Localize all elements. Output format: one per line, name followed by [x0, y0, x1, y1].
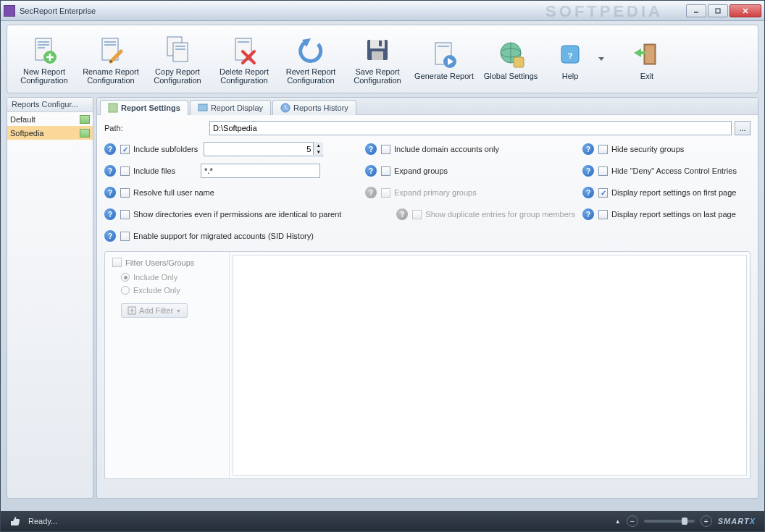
filter-users-checkbox[interactable]: [112, 258, 122, 267]
report-icon: [80, 115, 90, 124]
domain-accounts-checkbox[interactable]: [381, 145, 390, 154]
generate-report-button[interactable]: Generate Report: [411, 28, 477, 90]
zoom-slider[interactable]: [644, 520, 695, 523]
help-icon[interactable]: ?: [365, 165, 377, 177]
svg-rect-21: [238, 41, 249, 43]
display-first-checkbox[interactable]: [598, 188, 608, 198]
exclude-only-radio[interactable]: [121, 286, 130, 295]
browse-button[interactable]: ...: [735, 121, 751, 135]
zoom-out-button[interactable]: −: [627, 515, 638, 527]
svg-rect-44: [198, 104, 207, 111]
include-only-radio[interactable]: [121, 273, 130, 282]
resolve-name-checkbox[interactable]: [120, 188, 130, 198]
help-button[interactable]: ? Help: [545, 28, 595, 90]
delete-report-button[interactable]: Delete Report Configuration: [212, 28, 277, 90]
path-label: Path:: [104, 124, 209, 132]
path-input[interactable]: [209, 121, 732, 135]
sidebar-item-default[interactable]: Default: [7, 112, 93, 126]
delete-report-icon: [228, 34, 260, 66]
svg-rect-26: [370, 40, 385, 48]
settings-body: Path: ... ? Include subfolders ▲▼ ?: [97, 115, 758, 485]
statusbar: Ready... ▲ − + SMARTX: [1, 511, 764, 531]
svg-rect-12: [104, 41, 116, 43]
help-icon: ?: [554, 38, 586, 70]
svg-marker-39: [598, 57, 604, 61]
add-filter-icon: [128, 306, 136, 315]
hide-deny-checkbox[interactable]: [598, 166, 608, 176]
show-identical-checkbox[interactable]: [120, 210, 130, 219]
minimize-button[interactable]: [686, 4, 706, 17]
tab-report-display[interactable]: Report Display: [190, 100, 271, 115]
help-icon: ?: [396, 208, 408, 220]
revert-report-button[interactable]: Revert Report Configuration: [278, 28, 343, 90]
new-report-button[interactable]: New Report Configuration: [12, 28, 77, 90]
copy-report-icon: [162, 34, 193, 66]
close-button[interactable]: [730, 4, 761, 17]
subfolder-depth-input[interactable]: [204, 142, 323, 156]
svg-rect-36: [514, 57, 524, 67]
help-icon[interactable]: ?: [104, 165, 116, 177]
add-filter-button[interactable]: Add Filter ▼: [121, 303, 188, 318]
svg-rect-13: [104, 44, 116, 46]
help-dropdown[interactable]: [597, 57, 606, 61]
titlebar[interactable]: SecReport Enterprise SOFTPEDIA: [1, 1, 764, 21]
svg-rect-17: [173, 43, 188, 62]
maximize-button[interactable]: [708, 4, 728, 17]
tab-bar: Report Settings Report Display Reports H…: [97, 98, 758, 115]
chevron-down-icon: [598, 57, 604, 61]
spinner-up[interactable]: ▲: [313, 142, 323, 148]
chevron-down-icon: ▼: [176, 308, 181, 313]
svg-rect-5: [38, 41, 49, 43]
svg-rect-18: [175, 46, 185, 47]
globe-settings-icon: [495, 38, 527, 70]
tab-reports-history[interactable]: Reports History: [272, 100, 356, 115]
tab-report-settings[interactable]: Report Settings: [100, 100, 188, 115]
generate-report-icon: [428, 38, 460, 70]
help-icon[interactable]: ?: [582, 208, 594, 220]
app-window: SecReport Enterprise SOFTPEDIA New Repor…: [0, 0, 765, 532]
spinner-down[interactable]: ▼: [313, 148, 323, 155]
help-icon[interactable]: ?: [104, 143, 116, 155]
filter-panel: Filter Users/Groups Include Only Exclude…: [104, 251, 751, 479]
thumbs-up-icon: [9, 515, 21, 527]
save-report-icon: [361, 34, 393, 66]
enable-sid-checkbox[interactable]: [120, 232, 130, 241]
help-icon[interactable]: ?: [582, 143, 594, 155]
sidebar-item-softpedia[interactable]: Softpedia: [7, 126, 93, 140]
svg-rect-41: [645, 46, 654, 63]
help-icon[interactable]: ?: [365, 143, 377, 155]
copy-report-button[interactable]: Copy Report Configuration: [145, 28, 210, 90]
help-icon[interactable]: ?: [104, 230, 116, 242]
sidebar: Reports Configur... Default Softpedia: [7, 97, 93, 499]
zoom-in-button[interactable]: +: [701, 515, 712, 527]
expand-primary-checkbox: [381, 188, 390, 198]
help-icon[interactable]: ?: [582, 187, 594, 198]
settings-tab-icon: [108, 103, 118, 113]
help-icon[interactable]: ?: [582, 165, 594, 177]
exit-button[interactable]: Exit: [622, 28, 672, 90]
help-icon[interactable]: ?: [104, 187, 116, 198]
expand-groups-checkbox[interactable]: [381, 166, 390, 176]
svg-rect-6: [38, 44, 49, 46]
include-files-checkbox[interactable]: [120, 166, 130, 176]
rename-report-button[interactable]: Rename Report Configuration: [78, 28, 143, 90]
content-panel: Report Settings Report Display Reports H…: [96, 97, 758, 499]
filter-list[interactable]: [233, 255, 747, 476]
chevron-up-icon[interactable]: ▲: [615, 518, 621, 525]
include-subfolders-checkbox[interactable]: [120, 145, 130, 154]
help-icon: ?: [365, 187, 377, 198]
status-text: Ready...: [28, 517, 57, 525]
svg-rect-43: [109, 104, 117, 112]
hide-security-checkbox[interactable]: [598, 145, 608, 154]
show-duplicate-checkbox: [412, 210, 422, 219]
save-report-button[interactable]: Save Report Configuration: [345, 28, 410, 90]
app-icon: [4, 5, 15, 17]
exit-icon: [631, 38, 663, 70]
svg-rect-19: [175, 48, 185, 50]
svg-rect-28: [379, 41, 382, 46]
toolbar: New Report Configuration Rename Report C…: [7, 25, 758, 93]
help-icon[interactable]: ?: [104, 208, 116, 220]
global-settings-button[interactable]: Global Settings: [478, 28, 543, 90]
files-pattern-input[interactable]: [201, 164, 320, 178]
display-last-checkbox[interactable]: [598, 210, 608, 219]
